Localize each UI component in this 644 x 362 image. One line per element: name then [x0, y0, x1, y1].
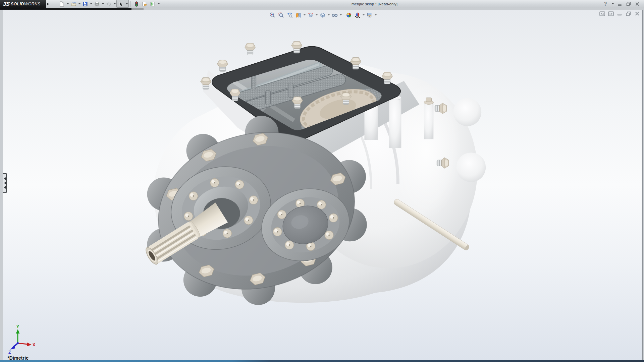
collapse-right-pane-button[interactable]: [608, 11, 614, 16]
file-properties-icon: [142, 1, 147, 7]
edit-appearance-button[interactable]: [344, 11, 353, 19]
restore-button[interactable]: [625, 1, 632, 7]
save-button[interactable]: [81, 0, 89, 7]
main-toolbar: [50, 0, 160, 8]
brand-solid: SOLID: [11, 2, 24, 6]
save-dropdown[interactable]: [89, 0, 93, 7]
zoom-to-fit-icon: [269, 12, 275, 18]
apply-scene-button[interactable]: [353, 11, 362, 19]
restore-document-button[interactable]: [625, 11, 632, 16]
graphics-area[interactable]: Y X Z *Dimetric: [3, 10, 643, 360]
collapse-arrow-icon: [4, 177, 6, 180]
menu-expand-arrow-icon[interactable]: [47, 3, 49, 5]
collapse-arrow-icon: [4, 186, 6, 189]
view-settings-dropdown[interactable]: [374, 11, 377, 19]
headsup-view-toolbar: [268, 11, 377, 19]
view-settings-button[interactable]: [365, 11, 374, 19]
document-window-controls: [599, 11, 640, 16]
apply-scene-icon: [355, 12, 361, 18]
options-dropdown[interactable]: [157, 0, 160, 7]
model-3d-view[interactable]: [3, 10, 642, 360]
menu-strip-tail: [131, 8, 144, 10]
view-orientation-label: *Dimetric: [7, 355, 29, 360]
undo-dropdown[interactable]: [113, 0, 116, 7]
y-axis-arrow: [16, 329, 20, 334]
view-settings-icon: [367, 12, 373, 18]
collapse-arrow-icon: [4, 182, 6, 184]
apply-scene-dropdown[interactable]: [362, 11, 365, 19]
help-button[interactable]: ?: [602, 1, 609, 7]
close-button[interactable]: [634, 1, 641, 7]
display-style-icon: [320, 12, 326, 18]
z-axis-label: Z: [8, 350, 11, 354]
toolbar-separator: [130, 1, 131, 7]
zoom-to-area-icon: [278, 12, 284, 18]
x-axis-label: X: [33, 343, 35, 347]
brand-works: WORKS: [24, 2, 41, 6]
solidworks-logo-icon: ЗS: [3, 1, 10, 7]
display-style-button[interactable]: [318, 11, 327, 19]
save-icon: [83, 1, 88, 7]
section-view-dropdown[interactable]: [303, 11, 306, 19]
window-bottom-edge: [0, 360, 644, 362]
print-icon: [94, 1, 100, 7]
new-document-icon: [59, 1, 64, 7]
help-dropdown[interactable]: [611, 0, 614, 7]
view-orientation-button[interactable]: [306, 11, 315, 19]
new-document-dropdown[interactable]: [66, 0, 69, 7]
options-icon: [150, 1, 155, 7]
hide-show-items-button[interactable]: [330, 11, 339, 19]
zoom-to-fit-button[interactable]: [268, 11, 277, 19]
open-icon: [71, 1, 76, 7]
select-button[interactable]: [117, 0, 125, 7]
collapse-left-pane-button[interactable]: [599, 11, 605, 16]
previous-view-icon: [287, 12, 293, 18]
minimize-document-button[interactable]: [616, 11, 623, 16]
featuremanager-splitter-tab[interactable]: [3, 173, 7, 193]
minimize-document-icon: [617, 11, 622, 16]
document-title: menjac sklop * [Read-only]: [160, 2, 602, 6]
edit-appearance-icon: [346, 12, 352, 18]
file-properties-button[interactable]: [141, 0, 149, 7]
section-view-button[interactable]: [294, 11, 303, 19]
rebuild-traffic-light-icon: [134, 1, 139, 7]
view-orientation-dropdown[interactable]: [315, 11, 318, 19]
zoom-to-area-button[interactable]: [277, 11, 285, 19]
section-view-icon: [296, 12, 302, 18]
collapse-right-pane-icon: [608, 11, 614, 16]
titlebar: ЗS SOLIDWORKS: [0, 0, 644, 8]
undo-icon: [106, 1, 111, 7]
select-cursor-icon: [118, 1, 123, 7]
print-button[interactable]: [93, 0, 101, 7]
new-document-button[interactable]: [58, 0, 66, 7]
rebuild-button[interactable]: [132, 0, 141, 7]
close-document-button[interactable]: [634, 11, 640, 16]
minimize-button[interactable]: [616, 1, 623, 7]
view-orientation-icon: [308, 12, 314, 18]
solidworks-logo: ЗS SOLIDWORKS: [0, 0, 46, 9]
close-document-icon: [635, 11, 640, 16]
previous-view-button[interactable]: [285, 11, 294, 19]
reference-triad: Y X Z: [6, 324, 37, 354]
print-dropdown[interactable]: [101, 0, 105, 7]
hide-show-items-icon: [332, 12, 338, 18]
minimize-icon: [618, 2, 622, 6]
open-dropdown[interactable]: [77, 0, 81, 7]
x-axis-arrow: [27, 343, 32, 346]
close-icon: [635, 2, 640, 6]
select-dropdown[interactable]: [125, 0, 128, 7]
collapse-left-pane-icon: [599, 11, 605, 16]
restore-icon: [626, 2, 631, 6]
restore-document-icon: [626, 11, 631, 16]
window-controls: ?: [602, 0, 644, 7]
y-axis-label: Y: [16, 324, 19, 329]
options-button[interactable]: [149, 0, 157, 7]
hide-show-items-dropdown[interactable]: [339, 11, 342, 19]
display-style-dropdown[interactable]: [327, 11, 330, 19]
undo-button[interactable]: [105, 0, 113, 7]
open-button[interactable]: [69, 0, 77, 7]
